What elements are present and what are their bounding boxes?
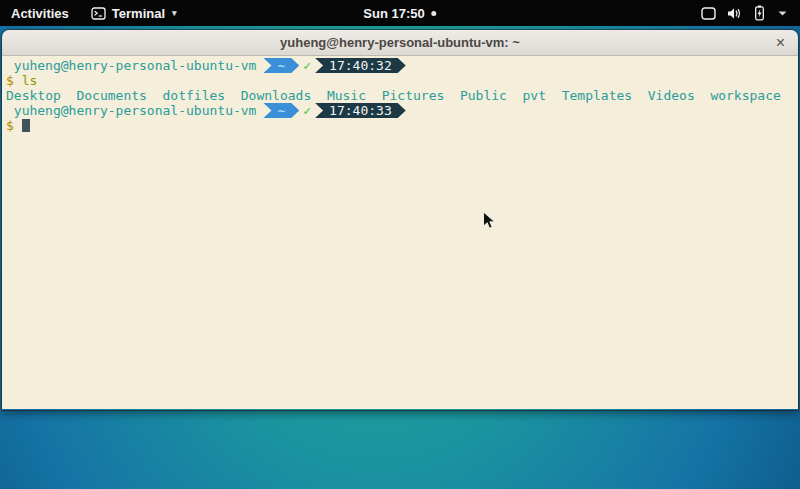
window-titlebar[interactable]: yuheng@henry-personal-ubuntu-vm: ~ × xyxy=(2,30,798,56)
powerline-cwd-segment: ~ xyxy=(263,103,299,118)
battery-charging-icon xyxy=(753,5,766,21)
prompt-line: yuheng@henry-personal-ubuntu-vm ~ ✓ 17:4… xyxy=(6,103,798,118)
directory-name: Documents xyxy=(76,88,146,103)
close-button[interactable]: × xyxy=(776,35,785,51)
directory-name: pvt xyxy=(523,88,546,103)
app-menu-label: Terminal xyxy=(112,6,165,21)
directory-name: Desktop xyxy=(6,88,61,103)
prompt-symbol: $ xyxy=(6,73,14,88)
window-title: yuheng@henry-personal-ubuntu-vm: ~ xyxy=(280,35,520,50)
directory-name: Videos xyxy=(648,88,695,103)
prompt-line: yuheng@henry-personal-ubuntu-vm ~ ✓ 17:4… xyxy=(6,58,798,73)
command-line: $ ls xyxy=(6,73,798,88)
powerline-time-segment: 17:40:33 xyxy=(315,103,406,118)
clock-label: Sun 17:50 xyxy=(363,6,424,21)
terminal-window: yuheng@henry-personal-ubuntu-vm: ~ × yuh… xyxy=(2,30,798,410)
directory-name: Pictures xyxy=(382,88,445,103)
activities-button[interactable]: Activities xyxy=(0,0,80,26)
prompt-cwd: ~ xyxy=(277,58,285,73)
chevron-down-icon xyxy=(777,10,788,17)
ls-output: DesktopDocumentsdotfilesDownloadsMusicPi… xyxy=(6,88,798,103)
text-cursor xyxy=(22,119,30,132)
command-text: ls xyxy=(22,73,38,88)
powerline-cwd-segment: ~ xyxy=(263,58,299,73)
status-check-icon: ✓ xyxy=(303,58,311,73)
directory-name: Downloads xyxy=(241,88,311,103)
directory-name: dotfiles xyxy=(163,88,226,103)
mouse-cursor xyxy=(482,211,496,231)
directory-name: Music xyxy=(327,88,366,103)
prompt-user: yuheng@henry-personal-ubuntu-vm xyxy=(6,58,256,73)
prompt-time: 17:40:33 xyxy=(329,103,392,118)
chevron-down-icon: ▾ xyxy=(172,8,177,18)
terminal-icon xyxy=(91,7,106,20)
screen-icon xyxy=(701,7,716,20)
status-check-icon: ✓ xyxy=(303,103,311,118)
powerline-time-segment: 17:40:32 xyxy=(315,58,406,73)
prompt-user: yuheng@henry-personal-ubuntu-vm xyxy=(6,103,256,118)
notification-dot-icon xyxy=(432,11,437,16)
directory-name: workspace xyxy=(710,88,780,103)
directory-name: Public xyxy=(460,88,507,103)
terminal-content[interactable]: yuheng@henry-personal-ubuntu-vm ~ ✓ 17:4… xyxy=(2,56,798,409)
directory-name: Templates xyxy=(562,88,632,103)
prompt-cwd: ~ xyxy=(277,103,285,118)
prompt-time: 17:40:32 xyxy=(329,58,392,73)
system-menu-button[interactable] xyxy=(693,0,796,26)
app-menu-button[interactable]: Terminal ▾ xyxy=(80,0,188,26)
input-line[interactable]: $ xyxy=(6,118,798,133)
top-bar: Activities Terminal ▾ Sun 17:50 xyxy=(0,0,800,26)
clock-button[interactable]: Sun 17:50 xyxy=(353,0,446,26)
prompt-symbol: $ xyxy=(6,118,14,133)
volume-icon xyxy=(727,7,742,20)
